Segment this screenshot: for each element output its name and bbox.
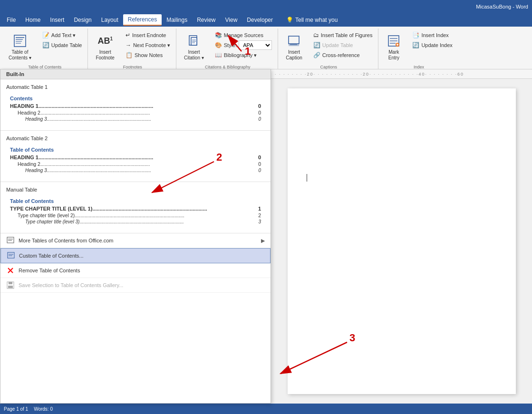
toc-dropdown-panel: Built-In Automatic Table 1 Contents HEAD…	[0, 69, 271, 404]
remove-toc-item[interactable]: Remove Table of Contents	[0, 263, 271, 278]
built-in-header: Built-In	[0, 69, 271, 79]
auto1-preview: Contents HEADING 1 .....................…	[6, 93, 265, 125]
show-notes-button[interactable]: 📋 Show Notes	[124, 50, 172, 60]
update-table-label: Update Table	[51, 42, 82, 48]
captions-small-buttons: 🗂 Insert Table of Figures 🔄 Update Table…	[311, 30, 375, 60]
add-text-icon: 📝	[42, 32, 49, 39]
page-info: Page 1 of 1	[4, 406, 28, 412]
footnotes-group-label: Footnotes	[123, 64, 142, 69]
bibliography-icon: 📖	[215, 52, 222, 58]
auto2-h3: Heading 3 ..............................…	[10, 168, 261, 173]
insert-citation-button[interactable]: InsertCitation ▾	[181, 30, 207, 64]
ribbon: Table ofContents ▾ 📝 Add Text ▾ 🔄 Update…	[0, 27, 532, 69]
menu-references[interactable]: References	[123, 14, 162, 26]
next-footnote-label: Next Footnote ▾	[133, 42, 170, 48]
more-toc-item[interactable]: More Tables of Contents from Office.com …	[0, 233, 271, 248]
table-of-contents-button[interactable]: Table ofContents ▾	[6, 30, 34, 64]
toc-group-label: Table of Contents	[28, 64, 61, 69]
menu-help[interactable]: 💡 Tell me what you	[281, 15, 342, 25]
footnote-button-label: InsertFootnote	[96, 49, 114, 61]
next-footnote-button[interactable]: → Next Footnote ▾	[124, 40, 172, 50]
toc-section-auto1[interactable]: Automatic Table 1 Contents HEADING 1 ...…	[0, 79, 271, 131]
bibliography-button[interactable]: 📖 Bibliography ▾	[213, 50, 274, 60]
show-notes-icon: 📋	[126, 52, 133, 58]
ribbon-group-toc: Table ofContents ▾ 📝 Add Text ▾ 🔄 Update…	[2, 29, 88, 69]
style-select[interactable]: APA MLA Chicago	[239, 40, 272, 50]
update-table-captions-button[interactable]: 🔄 Update Table	[311, 40, 375, 50]
custom-toc-item[interactable]: Custom Table of Contents...	[0, 248, 271, 263]
auto1-h3: Heading 3 ..............................…	[10, 116, 261, 122]
main-area: Built-In Automatic Table 1 Contents HEAD…	[0, 69, 532, 404]
auto2-h1: HEADING 1 ..............................…	[10, 154, 261, 160]
footnotes-group-content: AB1 InsertFootnote ↵ Insert Endnote → Ne…	[93, 30, 172, 64]
menu-file[interactable]: File	[2, 15, 20, 25]
manage-sources-button[interactable]: 📚 Manage Sources	[213, 30, 274, 40]
more-toc-icon	[6, 236, 15, 245]
ruler: · · · · · · · ·20· · · · · · · · · · · ·…	[271, 69, 532, 79]
auto1-preview-title: Contents	[10, 96, 261, 101]
ribbon-group-index: MarkEntry 📑 Insert Index 🔄 Update Index …	[379, 29, 458, 69]
menu-design[interactable]: Design	[69, 15, 96, 25]
ab-text: AB1	[97, 37, 113, 45]
manual-preview-title: Table of Contents	[10, 198, 261, 204]
insert-index-button[interactable]: 📑 Insert Index	[410, 30, 454, 40]
add-text-button[interactable]: 📝 Add Text ▾	[40, 30, 84, 40]
update-table-button[interactable]: 🔄 Update Table	[40, 40, 84, 50]
update-index-button[interactable]: 🔄 Update Index	[410, 40, 454, 50]
save-selection-icon	[6, 281, 15, 289]
menu-insert[interactable]: Insert	[45, 15, 69, 25]
toc-section-manual[interactable]: Manual Table Table of Contents TYPE CHAP…	[0, 182, 271, 233]
remove-toc-label: Remove Table of Contents	[19, 268, 80, 273]
remove-toc-icon	[6, 266, 15, 275]
update-index-label: Update Index	[421, 42, 452, 48]
style-row: 🎨 Style: APA MLA Chicago	[213, 40, 274, 50]
citation-icon	[186, 33, 202, 48]
menu-home[interactable]: Home	[20, 15, 45, 25]
citation-button-label: InsertCitation ▾	[184, 49, 204, 61]
status-bar: Page 1 of 1 Words: 0	[0, 404, 532, 414]
menu-review[interactable]: Review	[192, 15, 220, 25]
menu-mailings[interactable]: Mailings	[162, 15, 192, 25]
auto1-h2: Heading 2 ..............................…	[10, 110, 261, 116]
save-selection-item[interactable]: Save Selection to Table of Contents Gall…	[0, 278, 271, 293]
title-bar: MicasaSuBong - Word	[0, 0, 532, 13]
word-count: Words: 0	[34, 406, 53, 412]
citations-group-label: Citations & Bibliography	[205, 64, 251, 69]
doc-page	[288, 88, 516, 394]
title-text: MicasaSuBong - Word	[476, 4, 528, 10]
tof-icon: 🗂	[313, 32, 319, 39]
menu-developer[interactable]: Developer	[242, 15, 278, 25]
next-fn-icon: →	[126, 42, 131, 48]
tof-label: Insert Table of Figures	[321, 32, 373, 38]
svg-rect-30	[8, 286, 13, 288]
upd-idx-icon: 🔄	[412, 42, 419, 48]
toc-button-label: Table ofContents ▾	[9, 49, 31, 61]
custom-toc-icon	[7, 251, 15, 260]
caption-icon	[287, 33, 302, 48]
citations-small-buttons: 📚 Manage Sources 🎨 Style: APA MLA Chicag…	[213, 30, 274, 60]
auto2-title: Automatic Table 2	[6, 135, 265, 141]
auto2-h2: Heading 2 ..............................…	[10, 161, 261, 167]
insert-footnote-button[interactable]: AB1 InsertFootnote	[93, 30, 117, 64]
menu-layout[interactable]: Layout	[97, 15, 123, 25]
auto1-title: Automatic Table 1	[6, 84, 265, 90]
insert-table-of-figures-button[interactable]: 🗂 Insert Table of Figures	[311, 30, 375, 40]
index-group-content: MarkEntry 📑 Insert Index 🔄 Update Index	[383, 30, 454, 64]
insert-endnote-label: Insert Endnote	[132, 32, 166, 38]
insert-caption-button[interactable]: InsertCaption	[283, 30, 305, 64]
svg-rect-10	[289, 36, 299, 44]
auto1-h1: HEADING 1 ..............................…	[10, 103, 261, 109]
add-text-label: Add Text ▾	[51, 32, 76, 39]
mark-entry-button[interactable]: MarkEntry	[383, 30, 404, 64]
menu-view[interactable]: View	[221, 15, 242, 25]
cross-reference-button[interactable]: 🔗 Cross-reference	[311, 50, 375, 60]
captions-group-label: Captions	[320, 64, 338, 69]
mark-entry-button-label: MarkEntry	[388, 49, 399, 61]
svg-rect-20	[7, 237, 14, 243]
insert-endnote-button[interactable]: ↵ Insert Endnote	[124, 30, 172, 40]
manual-title: Manual Table	[6, 187, 265, 193]
more-toc-label: More Tables of Contents from Office.com	[19, 238, 114, 243]
toc-section-auto2[interactable]: Automatic Table 2 Table of Contents HEAD…	[0, 131, 271, 182]
auto2-preview: Table of Contents HEADING 1 ............…	[6, 144, 265, 177]
toc-group-content: Table ofContents ▾ 📝 Add Text ▾ 🔄 Update…	[6, 30, 84, 64]
